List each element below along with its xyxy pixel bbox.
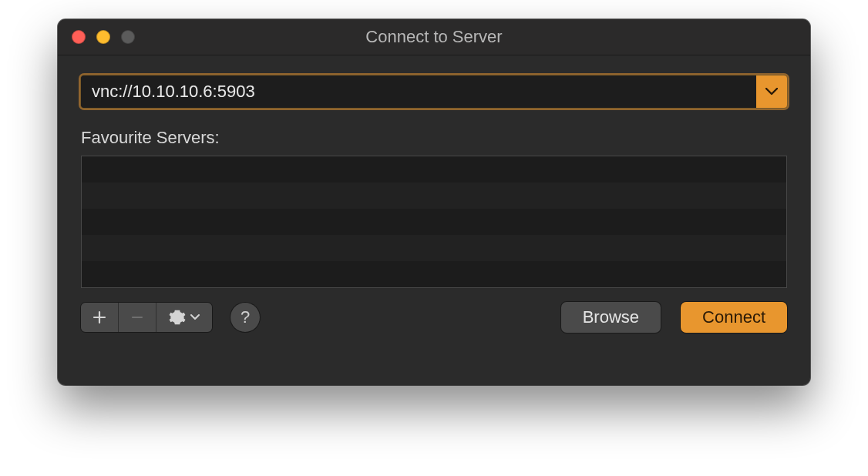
list-row [82,183,786,209]
question-icon: ? [241,307,250,327]
connect-button[interactable]: Connect [681,302,787,333]
browse-button[interactable]: Browse [561,302,661,333]
help-button[interactable]: ? [230,303,260,332]
footer-toolbar: ? Browse Connect [81,302,787,333]
zoom-window-button [121,30,135,44]
action-menu-button[interactable] [156,303,212,332]
list-row [82,261,786,287]
minimize-window-button[interactable] [96,30,110,44]
plus-icon [93,310,106,324]
server-address-combo [81,75,787,108]
gear-icon [169,309,186,326]
content-area: Favourite Servers: [58,55,810,333]
titlebar: Connect to Server [58,19,810,55]
list-row [82,156,786,183]
favourite-servers-label: Favourite Servers: [81,128,787,148]
browse-button-label: Browse [583,307,639,327]
add-favourite-button[interactable] [81,303,119,332]
recent-servers-dropdown[interactable] [756,75,787,108]
minus-icon [130,310,144,324]
server-address-input[interactable] [81,75,756,108]
window-controls [72,30,135,44]
favourite-servers-list[interactable] [81,156,787,288]
connect-to-server-window: Connect to Server Favourite Servers: [58,19,810,385]
list-edit-segment [81,303,212,332]
list-row [82,209,786,235]
close-window-button[interactable] [72,30,86,44]
connect-button-label: Connect [702,307,765,327]
chevron-down-icon [190,314,200,320]
chevron-down-icon [765,88,778,96]
window-title: Connect to Server [58,27,810,47]
remove-favourite-button [119,303,156,332]
list-row [82,235,786,261]
